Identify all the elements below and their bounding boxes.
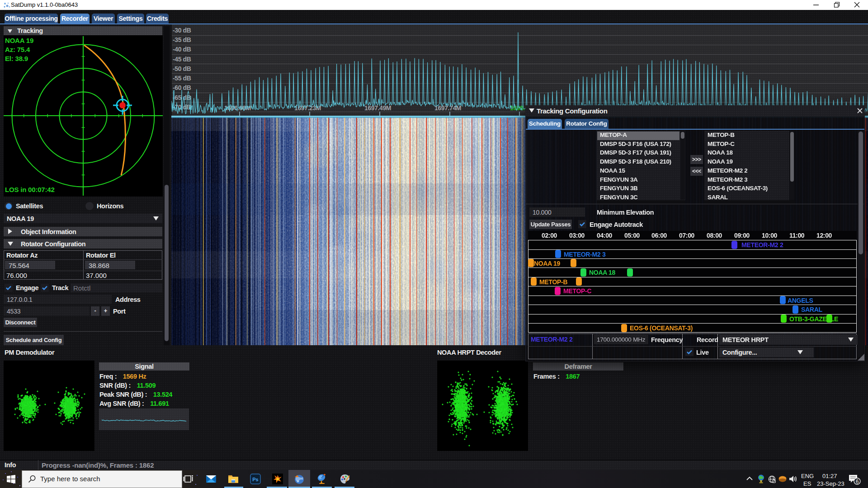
svg-text:6: 6 [856,479,859,485]
svg-text:Ps: Ps [252,477,258,482]
